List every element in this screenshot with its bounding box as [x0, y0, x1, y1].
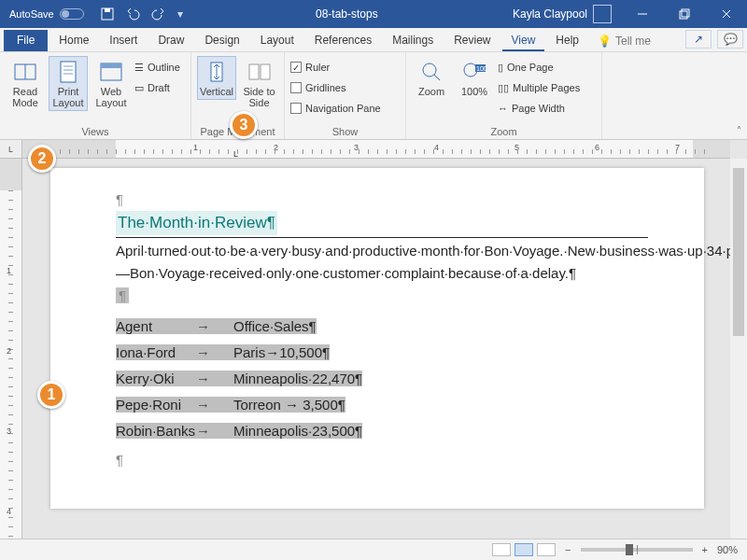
- draft-icon: ▭: [134, 82, 144, 94]
- zoom-100-button[interactable]: 100 100%: [455, 56, 494, 100]
- svg-rect-9: [61, 62, 76, 82]
- svg-rect-4: [682, 9, 689, 17]
- minimize-button[interactable]: [621, 0, 663, 28]
- cell: Office·Sales¶: [233, 318, 317, 334]
- svg-rect-17: [249, 64, 259, 79]
- read-mode-button[interactable]: Read Mode: [6, 56, 45, 111]
- save-icon[interactable]: [101, 7, 114, 21]
- zoom-slider[interactable]: [581, 548, 693, 552]
- zoom-100-icon: 100: [462, 60, 486, 84]
- redo-icon[interactable]: [151, 7, 166, 21]
- multiple-pages-button[interactable]: ▯▯Multiple Pages: [498, 78, 580, 97]
- magnifier-icon: [419, 60, 444, 84]
- navigation-pane-checkbox[interactable]: Navigation Pane: [290, 99, 381, 118]
- checkbox-icon: [290, 82, 302, 93]
- tab-view[interactable]: View: [502, 30, 545, 51]
- side-to-side-label: Side to Side: [243, 86, 275, 108]
- zoom-out-button[interactable]: −: [565, 544, 571, 555]
- draft-button[interactable]: ▭Draft: [134, 78, 180, 97]
- zoom-in-button[interactable]: +: [702, 544, 708, 555]
- svg-rect-3: [680, 11, 687, 19]
- cell: Pepe·Roni: [116, 397, 196, 413]
- comment-icon: 💬: [724, 33, 738, 46]
- page: ¶ The·Month·in·Review¶ April·turned·out·…: [50, 168, 704, 509]
- avatar-icon: [593, 5, 612, 23]
- body-text: April·turned·out·to·be·a·very·busy·and·p…: [116, 240, 639, 285]
- group-views: Read Mode Print Layout Web Layout ☰Outli…: [0, 52, 191, 139]
- page-width-button[interactable]: ↔Page Width: [498, 99, 580, 118]
- group-show: ✓Ruler Gridlines Navigation Pane Show: [285, 52, 406, 139]
- print-layout-button[interactable]: Print Layout: [49, 56, 88, 111]
- tab-insert[interactable]: Insert: [100, 30, 147, 51]
- user-name: Kayla Claypool: [513, 7, 587, 21]
- tab-home[interactable]: Home: [49, 30, 98, 51]
- undo-icon[interactable]: [125, 7, 140, 21]
- cell: Paris→10,500¶: [233, 344, 330, 360]
- vertical-ruler[interactable]: 1234: [0, 159, 22, 539]
- group-zoom-label: Zoom: [412, 124, 596, 137]
- restore-button[interactable]: [663, 0, 705, 28]
- web-view-icon[interactable]: [537, 543, 556, 556]
- scrollbar-thumb[interactable]: [733, 168, 744, 336]
- tab-references[interactable]: References: [305, 30, 381, 51]
- window-controls: [621, 0, 747, 28]
- account-button[interactable]: Kayla Claypool: [503, 0, 621, 28]
- tab-mailings[interactable]: Mailings: [383, 30, 443, 51]
- tell-me-search[interactable]: 💡 Tell me: [590, 31, 658, 51]
- document-canvas[interactable]: ¶ The·Month·in·Review¶ April·turned·out·…: [22, 159, 730, 539]
- read-view-icon[interactable]: [492, 543, 511, 556]
- zoom-100-label: 100%: [461, 86, 487, 97]
- side-to-side-button[interactable]: Side to Side: [240, 56, 278, 111]
- svg-text:100: 100: [476, 65, 486, 72]
- document-area: L 1234567L 1234 ¶ The·Month·in·Review¶ A…: [0, 140, 747, 539]
- svg-rect-1: [105, 8, 110, 12]
- ruler-checkbox[interactable]: ✓Ruler: [290, 58, 330, 77]
- side-to-side-icon: [247, 60, 272, 84]
- svg-rect-18: [261, 64, 270, 79]
- cell: Minneapolis·23,500¶: [233, 423, 362, 439]
- checkbox-checked-icon: ✓: [290, 62, 302, 73]
- tab-design[interactable]: Design: [195, 30, 248, 51]
- print-layout-icon: [56, 60, 80, 84]
- vertical-scrollbar[interactable]: [730, 159, 747, 539]
- tab-draw[interactable]: Draw: [148, 30, 193, 51]
- outline-button[interactable]: ☰Outline: [134, 58, 180, 77]
- tab-help[interactable]: Help: [546, 30, 588, 51]
- switch-off-icon: [60, 8, 84, 20]
- zoom-button[interactable]: Zoom: [412, 56, 451, 100]
- one-page-button[interactable]: ▯One Page: [498, 58, 580, 77]
- document-title: 08-tab-stops: [190, 7, 503, 21]
- svg-rect-14: [101, 63, 121, 68]
- horizontal-ruler[interactable]: 1234567L: [22, 140, 730, 159]
- qat-dropdown-icon[interactable]: ▾: [177, 7, 183, 21]
- zoom-level[interactable]: 90%: [717, 544, 738, 555]
- cell: Robin·Banks: [116, 423, 196, 439]
- read-mode-label: Read Mode: [8, 86, 42, 108]
- close-button[interactable]: [705, 0, 747, 28]
- callout-3: 3: [230, 111, 258, 139]
- cell: Minneapolis·22,470¶: [233, 371, 362, 386]
- comments-button[interactable]: 💬: [717, 30, 743, 49]
- tab-selector[interactable]: L: [0, 140, 22, 159]
- ribbon: Read Mode Print Layout Web Layout ☰Outli…: [0, 52, 747, 140]
- group-views-label: Views: [6, 124, 185, 137]
- web-layout-button[interactable]: Web Layout: [92, 56, 131, 111]
- share-button[interactable]: ↗: [685, 30, 712, 49]
- vertical-button[interactable]: Vertical: [197, 56, 236, 100]
- vertical-label: Vertical: [200, 86, 233, 97]
- callout-1: 1: [37, 381, 65, 409]
- tab-layout[interactable]: Layout: [251, 30, 303, 51]
- one-page-icon: ▯: [498, 62, 503, 74]
- web-layout-icon: [99, 60, 123, 84]
- cell: Iona·Ford: [116, 344, 196, 360]
- share-icon: ↗: [694, 33, 703, 46]
- tab-file[interactable]: File: [4, 30, 48, 51]
- autosave-toggle[interactable]: AutoSave: [0, 0, 93, 28]
- tab-review[interactable]: Review: [444, 30, 500, 51]
- quick-access-toolbar: ▾: [93, 0, 190, 28]
- collapse-ribbon-icon[interactable]: ˄: [737, 125, 741, 135]
- cell: Agent: [116, 318, 196, 334]
- tab-table: Agent→Office·Sales¶ Iona·Ford→Paris→10,5…: [116, 313, 648, 443]
- print-view-icon[interactable]: [514, 543, 533, 556]
- gridlines-checkbox[interactable]: Gridlines: [290, 78, 345, 97]
